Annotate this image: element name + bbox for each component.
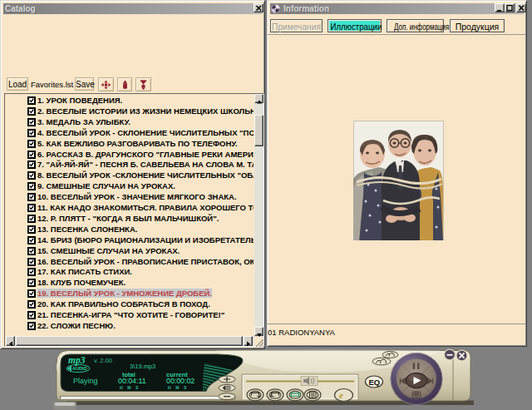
svg-text:AUDIO: AUDIO (72, 366, 87, 371)
svg-text:H M S: H M S (120, 385, 139, 390)
svg-text:EQ: EQ (369, 378, 381, 387)
svg-text:Playing: Playing (73, 377, 98, 385)
svg-text:v. 2.00: v. 2.00 (94, 357, 112, 364)
svg-text:00:00:02: 00:00:02 (166, 377, 195, 385)
svg-text:e: e (339, 390, 343, 400)
svg-text:mp3: mp3 (68, 355, 86, 366)
svg-text:3\19.mp3: 3\19.mp3 (130, 363, 155, 370)
svg-text:00:04:11: 00:04:11 (118, 377, 146, 385)
svg-text:H M S: H M S (168, 385, 187, 390)
